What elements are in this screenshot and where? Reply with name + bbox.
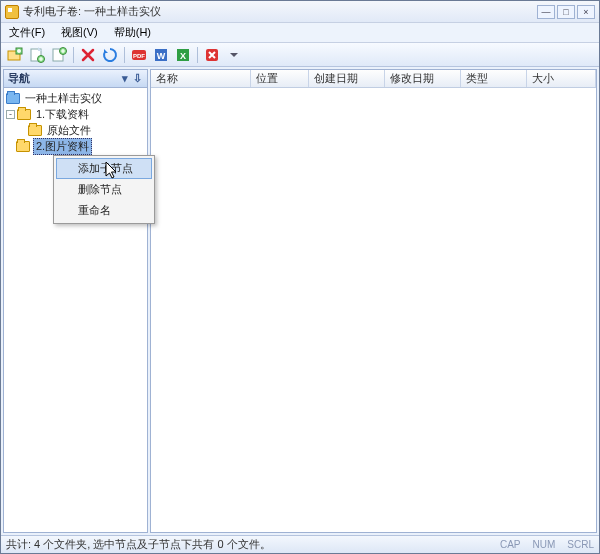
toolbar-separator xyxy=(124,47,125,63)
tree-label: 一种土样击实仪 xyxy=(23,91,104,106)
tree-label: 1.下载资料 xyxy=(34,107,91,122)
new-item-icon[interactable] xyxy=(27,45,47,65)
folder-icon xyxy=(28,125,42,136)
refresh-icon[interactable] xyxy=(100,45,120,65)
tree-label: 2.图片资料 xyxy=(33,138,92,155)
app-icon xyxy=(5,5,19,19)
folder-icon xyxy=(17,109,31,120)
tree-item-original[interactable]: 原始文件 xyxy=(4,122,147,138)
add-link-icon[interactable] xyxy=(49,45,69,65)
list-header: 名称 位置 创建日期 修改日期 类型 大小 xyxy=(151,70,596,88)
maximize-button[interactable]: □ xyxy=(557,5,575,19)
new-folder-icon[interactable] xyxy=(5,45,25,65)
svg-text:W: W xyxy=(157,51,166,61)
tree-item-selected[interactable]: 2.图片资料 xyxy=(4,138,147,154)
nav-panel: 导航 ▾ ⇩ 一种土样击实仪 - 1.下载资料 xyxy=(3,69,148,533)
titlebar: 专利电子卷: 一种土样击实仪 — □ × xyxy=(1,1,599,23)
menu-file[interactable]: 文件(F) xyxy=(1,24,53,41)
svg-text:PDF: PDF xyxy=(133,53,145,59)
tree-root[interactable]: 一种土样击实仪 xyxy=(4,90,147,106)
excel-icon[interactable]: X xyxy=(173,45,193,65)
collapse-icon[interactable]: - xyxy=(6,110,15,119)
status-cap: CAP xyxy=(500,539,521,550)
menu-help[interactable]: 帮助(H) xyxy=(106,24,159,41)
tree-label: 原始文件 xyxy=(45,123,93,138)
folder-icon xyxy=(6,93,20,104)
window-controls: — □ × xyxy=(537,5,595,19)
col-location[interactable]: 位置 xyxy=(251,70,309,87)
close-button[interactable]: × xyxy=(577,5,595,19)
nav-header: 导航 ▾ ⇩ xyxy=(4,70,147,88)
toolbar-separator xyxy=(73,47,74,63)
ctx-rename[interactable]: 重命名 xyxy=(56,200,152,221)
minimize-button[interactable]: — xyxy=(537,5,555,19)
toolbar-separator xyxy=(197,47,198,63)
col-name[interactable]: 名称 xyxy=(151,70,251,87)
tree-item-download[interactable]: - 1.下载资料 xyxy=(4,106,147,122)
ctx-delete-node[interactable]: 删除节点 xyxy=(56,179,152,200)
statusbar: 共计: 4 个文件夹, 选中节点及子节点下共有 0 个文件。 CAP NUM S… xyxy=(1,535,599,553)
nav-dropdown-icon[interactable]: ▾ xyxy=(119,72,131,85)
list-body xyxy=(151,88,596,532)
word-icon[interactable]: W xyxy=(151,45,171,65)
menubar: 文件(F) 视图(V) 帮助(H) xyxy=(1,23,599,43)
ctx-add-child[interactable]: 添加子节点 xyxy=(56,158,152,179)
app-window: 专利电子卷: 一种土样击实仪 — □ × 文件(F) 视图(V) 帮助(H) P… xyxy=(0,0,600,554)
context-menu: 添加子节点 删除节点 重命名 xyxy=(53,155,155,224)
col-created[interactable]: 创建日期 xyxy=(309,70,385,87)
toolbar: PDF W X xyxy=(1,43,599,67)
col-type[interactable]: 类型 xyxy=(461,70,527,87)
status-scrl: SCRL xyxy=(567,539,594,550)
nav-title: 导航 xyxy=(8,71,30,86)
svg-text:X: X xyxy=(180,51,186,61)
col-size[interactable]: 大小 xyxy=(527,70,596,87)
window-title: 专利电子卷: 一种土样击实仪 xyxy=(23,4,537,19)
folder-icon xyxy=(16,141,30,152)
pdf-icon[interactable]: PDF xyxy=(129,45,149,65)
content-area: 导航 ▾ ⇩ 一种土样击实仪 - 1.下载资料 xyxy=(1,67,599,535)
close-tab-icon[interactable] xyxy=(202,45,222,65)
status-num: NUM xyxy=(533,539,556,550)
col-modified[interactable]: 修改日期 xyxy=(385,70,461,87)
nav-pin-icon[interactable]: ⇩ xyxy=(131,72,143,85)
status-text: 共计: 4 个文件夹, 选中节点及子节点下共有 0 个文件。 xyxy=(6,537,271,552)
menu-view[interactable]: 视图(V) xyxy=(53,24,106,41)
dropdown-icon[interactable] xyxy=(224,45,244,65)
delete-icon[interactable] xyxy=(78,45,98,65)
list-panel: 名称 位置 创建日期 修改日期 类型 大小 xyxy=(150,69,597,533)
